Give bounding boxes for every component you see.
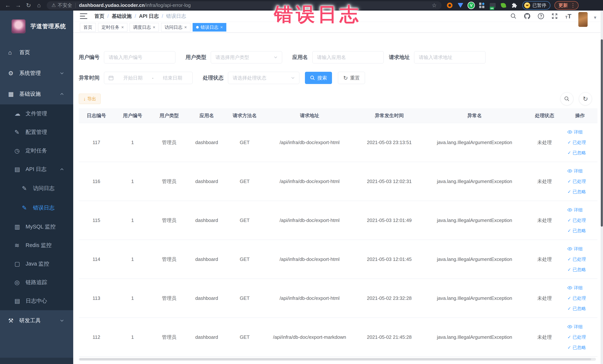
sidebar-item-home[interactable]: ⌂ 首页 xyxy=(0,42,73,63)
user-type-select[interactable]: 请选择用户类型 xyxy=(211,51,282,63)
table-row: 115 1 管理员 dashboard GET /api/infra/db-do… xyxy=(79,201,597,240)
sidebar-item-java[interactable]: ▢ Java 监控 xyxy=(0,255,73,273)
detail-link[interactable]: 详细 xyxy=(568,324,583,330)
mark-processed-link[interactable]: ✓ 已处理 xyxy=(568,178,586,184)
detail-link[interactable]: 详细 xyxy=(568,168,583,174)
cell-exception-time: 2021-05-03 12:01:49 xyxy=(356,218,423,223)
user-menu-caret-icon[interactable]: ▾ xyxy=(594,15,596,20)
cell-exception-time: 2021-05-02 23:32:28 xyxy=(356,295,423,301)
exception-time-range-input[interactable]: 开始日期 - 结束日期 xyxy=(104,72,193,84)
security-label: 不安全 xyxy=(58,2,72,9)
refresh-icon: ↻ xyxy=(583,96,588,102)
chevron-icon xyxy=(59,166,65,172)
extension-icon-donut[interactable] xyxy=(446,2,453,9)
mark-ignored-link[interactable]: ✓ 已忽略 xyxy=(568,344,586,351)
font-size-icon[interactable]: TT xyxy=(565,12,572,20)
extension-icon-green-v[interactable]: V xyxy=(468,2,475,9)
mark-processed-link[interactable]: ✓ 已处理 xyxy=(568,217,586,223)
mark-processed-link[interactable]: ✓ 已处理 xyxy=(568,334,586,340)
reset-button[interactable]: ↻ 重置 xyxy=(338,72,365,84)
site-security-chip[interactable]: ⚠ 不安全 xyxy=(52,2,72,9)
search-button[interactable]: 搜索 xyxy=(305,72,332,84)
cell-exception-time: 2021-05-02 21:45:28 xyxy=(356,334,423,340)
sidebar-item-access-log[interactable]: ✎ 访问日志 xyxy=(0,178,73,198)
sidebar-item-redis[interactable]: ≋ Redis 监控 xyxy=(0,236,73,255)
tab-调度日志[interactable]: 调度日志 × xyxy=(129,23,159,32)
close-icon[interactable]: × xyxy=(184,25,187,29)
close-icon[interactable]: × xyxy=(121,25,124,29)
address-bar[interactable]: ⚠ 不安全 dashboard.yudao.iocoder.cn /infra/… xyxy=(47,1,441,10)
sidebar-item-log-center[interactable]: ▤ 日志中心 xyxy=(0,292,73,310)
sidebar-item-infra[interactable]: ▦ 基础设施 xyxy=(0,84,73,104)
cell-app-name: dashboard xyxy=(187,295,226,301)
cell-status: 未处理 xyxy=(526,334,563,341)
extensions-puzzle-icon[interactable] xyxy=(511,2,518,9)
tab-访问日志[interactable]: 访问日志 × xyxy=(161,23,190,32)
sidebar-logo-row[interactable]: 芋道管理系统 xyxy=(0,11,73,42)
browser-menu-kebab-icon[interactable]: ⋮ xyxy=(570,2,576,8)
refresh-table-button[interactable]: ↻ xyxy=(579,92,592,105)
tab-定时任务[interactable]: 定时任务 × xyxy=(98,23,127,32)
sidebar-item-system[interactable]: ⚙ 系统管理 xyxy=(0,63,73,84)
browser-forward-icon[interactable]: → xyxy=(13,1,23,10)
mark-ignored-link[interactable]: ✓ 已忽略 xyxy=(568,228,586,234)
extension-icon-grid[interactable] xyxy=(479,2,485,9)
sidebar: 芋道管理系统 ⌂ 首页 ⚙ 系统管理 ▦ 基础设施 ☁ 文件管理 ✎ 配置管理 … xyxy=(0,11,73,364)
mark-processed-link[interactable]: ✓ 已处理 xyxy=(568,140,586,145)
detail-link[interactable]: 详细 xyxy=(568,246,583,252)
sidebar-item-devtools[interactable]: ⚒ 研发工具 xyxy=(0,310,73,331)
close-icon[interactable]: × xyxy=(153,25,155,29)
cell-exception-name: java.lang.IllegalArgumentException xyxy=(423,140,526,145)
chevron-icon xyxy=(59,70,65,76)
browser-back-icon[interactable]: ← xyxy=(3,1,13,10)
browser-profile-chip[interactable]: 已暂停 xyxy=(522,1,550,10)
detail-link[interactable]: 详细 xyxy=(568,207,583,213)
detail-link[interactable]: 详细 xyxy=(568,285,583,291)
browser-reload-icon[interactable]: ↻ xyxy=(23,1,34,10)
sidebar-item-file[interactable]: ☁ 文件管理 xyxy=(0,104,73,123)
request-url-input[interactable] xyxy=(414,51,486,63)
search-icon[interactable] xyxy=(510,12,517,20)
detail-link[interactable]: 详细 xyxy=(568,129,583,135)
sidebar-item-job[interactable]: ◷ 定时任务 xyxy=(0,141,73,160)
extension-icon-dark-on[interactable]: on xyxy=(489,2,496,9)
breadcrumb-item[interactable]: 基础设施 xyxy=(112,13,132,20)
sidebar-menu: ⌂ 首页 ⚙ 系统管理 ▦ 基础设施 ☁ 文件管理 ✎ 配置管理 ◷ 定时任务 … xyxy=(0,42,73,331)
extension-icon-shield[interactable] xyxy=(457,2,464,9)
sidebar-item-error-log[interactable]: ✎ 错误日志 xyxy=(0,198,73,218)
mark-ignored-link[interactable]: ✓ 已忽略 xyxy=(568,267,586,273)
horizontal-scrollbar[interactable] xyxy=(79,358,596,361)
bookmark-star-icon[interactable]: ☆ xyxy=(432,2,437,9)
tab-错误日志[interactable]: 错误日志 × xyxy=(193,23,226,32)
cell-request-url: /api/infra/db-doc/export-html xyxy=(263,218,356,223)
toggle-search-button[interactable] xyxy=(560,92,573,105)
mark-ignored-link[interactable]: ✓ 已忽略 xyxy=(568,150,586,156)
tab-首页[interactable]: 首页 xyxy=(80,23,96,32)
extension-icon-leaf[interactable] xyxy=(500,2,507,9)
process-status-select[interactable]: 请选择处理状态 xyxy=(228,72,299,84)
url-host: dashboard.yudao.iocoder.cn xyxy=(79,2,145,8)
breadcrumb-item[interactable]: 首页 xyxy=(94,13,104,20)
mark-ignored-link[interactable]: ✓ 已忽略 xyxy=(568,189,586,195)
sidebar-collapse-icon[interactable] xyxy=(80,13,87,19)
sidebar-item-mysql[interactable]: ▥ MySQL 监控 xyxy=(0,218,73,236)
column-header: 日志编号 xyxy=(79,112,114,119)
sidebar-item-trace[interactable]: ◎ 链路追踪 xyxy=(0,273,73,292)
close-icon[interactable]: × xyxy=(220,25,223,29)
browser-update-button[interactable]: 更新 ⋮ xyxy=(555,1,579,10)
fullscreen-icon[interactable] xyxy=(551,12,558,20)
mark-ignored-link[interactable]: ✓ 已忽略 xyxy=(568,305,586,312)
vertical-scrollbar[interactable] xyxy=(601,11,603,364)
app-name-input[interactable] xyxy=(312,51,384,63)
help-icon[interactable] xyxy=(537,12,545,20)
user-id-input[interactable] xyxy=(104,51,175,63)
mark-processed-link[interactable]: ✓ 已处理 xyxy=(568,295,586,301)
cell-log-id: 117 xyxy=(79,140,114,145)
mark-processed-link[interactable]: ✓ 已处理 xyxy=(568,256,586,262)
github-icon[interactable] xyxy=(523,12,531,20)
export-button[interactable]: ↓ 导出 xyxy=(79,94,101,104)
breadcrumb-item[interactable]: API 日志 xyxy=(139,13,159,20)
sidebar-item-api-log[interactable]: ▤ API 日志 xyxy=(0,160,73,178)
sidebar-item-config[interactable]: ✎ 配置管理 xyxy=(0,123,73,141)
browser-home-icon[interactable]: ⌂ xyxy=(34,1,44,10)
